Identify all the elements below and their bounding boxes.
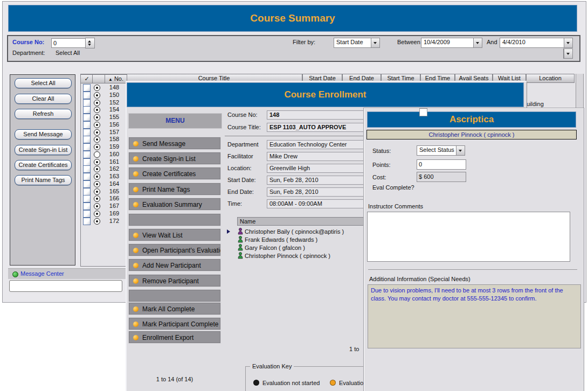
sidebar-button-clear-all[interactable]: Clear All — [15, 94, 72, 104]
row-checkbox-163[interactable] — [83, 173, 91, 180]
row-radio-165[interactable] — [94, 188, 100, 195]
sidebar-button-refresh[interactable]: Refresh — [15, 109, 72, 119]
menu-item-evaluation-summary[interactable]: Evaluation Summary — [128, 198, 221, 211]
row-checkbox-165[interactable] — [83, 188, 91, 195]
row-checkbox-162[interactable] — [83, 165, 91, 173]
ascriptica-participant-bar: Christopher Pinnock ( cpinnock ) — [366, 130, 577, 139]
participant-row-frank-edwards[interactable]: Frank Edwards ( fedwards ) — [245, 236, 317, 243]
chevron-down-icon[interactable] — [371, 38, 379, 47]
chevron-down-icon[interactable] — [564, 49, 572, 58]
action-panel: Select AllClear AllRefreshSend MessageCr… — [10, 74, 75, 266]
sort-arrow-icon: ▲ — [108, 77, 113, 82]
row-number: 158 — [105, 136, 124, 142]
message-center-input[interactable] — [9, 280, 122, 292]
row-checkbox-152[interactable] — [83, 99, 91, 107]
menu-header-label: MENU — [165, 117, 184, 124]
row-checkbox-160[interactable] — [83, 151, 91, 158]
no-column-header[interactable]: ▲ No. — [105, 74, 127, 83]
row-radio-158[interactable] — [94, 136, 100, 143]
menu-item-create-certificates[interactable]: Create Certificates — [128, 167, 221, 180]
sidebar-button-create-sign-in-list[interactable]: Create Sign-in List — [15, 145, 72, 155]
column-header-location[interactable]: Location — [526, 74, 575, 83]
points-input[interactable]: 0 — [417, 159, 466, 170]
row-checkbox-154[interactable] — [83, 106, 91, 114]
person-icon — [238, 236, 243, 243]
instructor-comments-textarea[interactable] — [367, 212, 570, 262]
participants-header[interactable]: Name — [237, 217, 373, 226]
participant-row-christopher-baily[interactable]: Christopher Baily ( cpinnock@aptiris ) — [245, 228, 344, 235]
participant-row-christopher-pinnock[interactable]: Christopher Pinnock ( cpinnock ) — [245, 252, 330, 260]
row-checkbox-157[interactable] — [83, 129, 91, 136]
row-number: 148 — [105, 84, 124, 90]
course-no-spinner[interactable] — [85, 38, 95, 48]
chevron-down-icon[interactable] — [456, 146, 465, 155]
status-dot-icon — [330, 380, 336, 386]
row-radio-157[interactable] — [94, 129, 100, 136]
menu-item-open-participant-s-evaluation[interactable]: Open Participant's Evaluation — [128, 243, 221, 256]
menu-item-print-name-tags[interactable]: Print Name Tags — [128, 183, 221, 195]
and-label: And — [487, 39, 497, 45]
row-radio-164[interactable] — [94, 181, 100, 187]
row-radio-163[interactable] — [94, 173, 100, 180]
row-checkbox-155[interactable] — [83, 114, 91, 121]
row-checkbox-159[interactable] — [83, 143, 91, 151]
menu-item-view-wait-list[interactable]: View Wait List — [128, 228, 221, 241]
row-checkbox-161[interactable] — [83, 158, 91, 166]
row-radio-155[interactable] — [94, 114, 100, 121]
row-radio-166[interactable] — [94, 195, 100, 202]
row-radio-161[interactable] — [94, 159, 100, 165]
eval-complete-checkbox[interactable] — [419, 108, 427, 116]
row-checkbox-169[interactable] — [83, 210, 91, 218]
chevron-down-icon[interactable] — [564, 38, 572, 47]
row-radio-162[interactable] — [94, 166, 100, 172]
sidebar-button-create-certificates[interactable]: Create Certificates — [15, 160, 72, 170]
chevron-down-icon[interactable] — [473, 38, 482, 47]
row-checkbox-150[interactable] — [83, 92, 91, 99]
row-radio-152[interactable] — [94, 100, 100, 106]
row-number: 166 — [105, 195, 124, 201]
row-radio-172[interactable] — [94, 218, 100, 225]
menu-item-add-new-participant[interactable]: Add New Participant — [128, 259, 221, 271]
blank-column-header[interactable] — [92, 74, 106, 83]
row-radio-169[interactable] — [94, 211, 100, 217]
menu-item-remove-participant[interactable]: Remove Participant — [128, 274, 221, 287]
menu-item-enrollment-export[interactable]: Enrollment Export — [128, 331, 221, 344]
course-no-input[interactable]: 0 — [51, 38, 86, 48]
status-select[interactable]: Select Status — [417, 145, 465, 156]
menu-item-mark-all-complete[interactable]: Mark All Complete — [128, 302, 221, 315]
row-checkbox-156[interactable] — [83, 121, 91, 129]
row-radio-167[interactable] — [94, 203, 100, 210]
additional-info-textarea[interactable]: Due to vision problems, I'll need to be … — [368, 284, 581, 348]
department-select[interactable] — [563, 48, 573, 59]
points-label: Points: — [372, 162, 391, 168]
check-column-header[interactable]: ✓ — [80, 74, 93, 83]
row-checkbox-148[interactable] — [83, 84, 91, 92]
row-radio-160[interactable] — [94, 151, 100, 158]
orange-bullet-icon — [133, 263, 139, 268]
row-radio-150[interactable] — [94, 92, 100, 99]
and-date-select[interactable]: 4/4/2010 — [500, 38, 573, 48]
row-radio-159[interactable] — [94, 144, 100, 150]
sidebar-button-print-name-tags[interactable]: Print Name Tags — [15, 175, 72, 185]
row-radio-148[interactable] — [94, 85, 100, 91]
menu-spacer — [128, 213, 221, 226]
row-radio-154[interactable] — [94, 107, 100, 113]
orange-bullet-icon — [133, 187, 139, 192]
menu-item-mark-participant-complete[interactable]: Mark Participant Complete — [128, 317, 221, 330]
details-divider — [225, 136, 372, 136]
row-checkbox-158[interactable] — [83, 136, 91, 143]
participant-row-gary-falcon[interactable]: Gary Falcon ( gfalcon ) — [245, 244, 305, 252]
between-date-select[interactable]: 10/4/2009 — [421, 38, 482, 48]
sidebar-button-send-message[interactable]: Send Message — [15, 129, 72, 139]
row-checkbox-166[interactable] — [83, 195, 91, 203]
row-number: 154 — [105, 106, 124, 113]
menu-item-create-sign-in-list[interactable]: Create Sign-in List — [128, 152, 221, 165]
row-checkbox-164[interactable] — [83, 180, 91, 188]
detail-value-course-title: ESP 1103_AUTO APPROVE — [267, 123, 376, 132]
row-checkbox-172[interactable] — [83, 218, 91, 225]
sidebar-button-select-all[interactable]: Select All — [15, 78, 72, 88]
row-radio-156[interactable] — [94, 122, 100, 128]
filter-by-select[interactable]: Start Date — [334, 38, 380, 48]
menu-item-send-message[interactable]: Send Message — [128, 137, 221, 150]
row-checkbox-167[interactable] — [83, 203, 91, 210]
